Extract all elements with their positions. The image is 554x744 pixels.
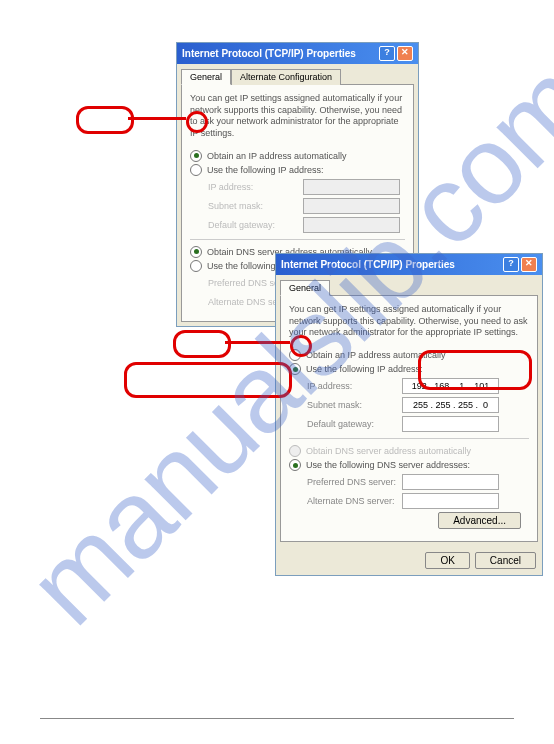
adns-row: Alternate DNS server: bbox=[307, 493, 529, 509]
tab-general[interactable]: General bbox=[181, 69, 231, 85]
radio-auto-dns-row: Obtain DNS server address automatically bbox=[289, 445, 529, 457]
mask-row: Subnet mask: bbox=[307, 397, 529, 413]
radio-icon bbox=[190, 150, 202, 162]
gw-label: Default gateway: bbox=[307, 419, 402, 429]
ip-label: IP address: bbox=[208, 182, 303, 192]
mask-input bbox=[303, 198, 400, 214]
separator bbox=[190, 239, 405, 240]
ip-input bbox=[303, 179, 400, 195]
cancel-button[interactable]: Cancel bbox=[475, 552, 536, 569]
gw-input[interactable] bbox=[402, 416, 499, 432]
radio-use-ip-row[interactable]: Use the following IP address: bbox=[190, 164, 405, 176]
tcpip-dialog-static: Internet Protocol (TCP/IP) Properties ? … bbox=[275, 253, 543, 576]
radio-use-dns-row[interactable]: Use the following DNS server addresses: bbox=[289, 459, 529, 471]
tab-row: General Alternate Configuration bbox=[177, 64, 418, 84]
separator bbox=[289, 438, 529, 439]
callout-line-1 bbox=[128, 117, 186, 120]
callout-circle-2 bbox=[290, 335, 312, 357]
mask-input[interactable] bbox=[402, 397, 499, 413]
mask-label: Subnet mask: bbox=[208, 201, 303, 211]
radio-label: Use the following IP address: bbox=[207, 165, 323, 175]
advanced-button[interactable]: Advanced... bbox=[438, 512, 521, 529]
radio-icon bbox=[289, 459, 301, 471]
close-button[interactable]: ✕ bbox=[521, 257, 537, 272]
titlebar-buttons: ? ✕ bbox=[379, 46, 413, 61]
pdns-label: Preferred DNS server: bbox=[307, 477, 402, 487]
radio-icon bbox=[190, 260, 202, 272]
advanced-row: Advanced... bbox=[289, 512, 529, 533]
titlebar: Internet Protocol (TCP/IP) Properties ? … bbox=[276, 254, 542, 275]
adns-label: Alternate DNS server: bbox=[307, 496, 402, 506]
mask-row: Subnet mask: bbox=[208, 198, 405, 214]
callout-box-1 bbox=[76, 106, 134, 134]
tab-row: General bbox=[276, 275, 542, 295]
radio-label: Use the following IP address: bbox=[306, 364, 422, 374]
titlebar-buttons: ? ✕ bbox=[503, 257, 537, 272]
help-button[interactable]: ? bbox=[503, 257, 519, 272]
callout-line-2 bbox=[225, 341, 290, 344]
footer-rule bbox=[40, 718, 514, 719]
ip-row: IP address: bbox=[208, 179, 405, 195]
radio-label: Use the following DNS server addresses: bbox=[306, 460, 470, 470]
gw-row: Default gateway: bbox=[307, 416, 529, 432]
tab-alternate[interactable]: Alternate Configuration bbox=[231, 69, 341, 85]
radio-icon bbox=[289, 445, 301, 457]
close-button[interactable]: ✕ bbox=[397, 46, 413, 61]
radio-auto-ip-row[interactable]: Obtain an IP address automatically bbox=[190, 150, 405, 162]
pdns-row: Preferred DNS server: bbox=[307, 474, 529, 490]
description: You can get IP settings assigned automat… bbox=[190, 93, 405, 140]
tab-general[interactable]: General bbox=[280, 280, 330, 296]
callout-box-3 bbox=[124, 362, 292, 398]
title: Internet Protocol (TCP/IP) Properties bbox=[182, 48, 356, 59]
radio-icon bbox=[190, 246, 202, 258]
adns-input[interactable] bbox=[402, 493, 499, 509]
pdns-input[interactable] bbox=[402, 474, 499, 490]
title: Internet Protocol (TCP/IP) Properties bbox=[281, 259, 455, 270]
callout-box-4 bbox=[418, 350, 532, 390]
ok-button[interactable]: OK bbox=[425, 552, 469, 569]
button-row: OK Cancel bbox=[276, 546, 542, 575]
radio-label: Obtain DNS server address automatically bbox=[306, 446, 471, 456]
gw-label: Default gateway: bbox=[208, 220, 303, 230]
radio-icon bbox=[190, 164, 202, 176]
gw-input bbox=[303, 217, 400, 233]
titlebar: Internet Protocol (TCP/IP) Properties ? … bbox=[177, 43, 418, 64]
gw-row: Default gateway: bbox=[208, 217, 405, 233]
radio-label: Obtain an IP address automatically bbox=[207, 151, 346, 161]
ip-label: IP address: bbox=[307, 381, 402, 391]
callout-box-2 bbox=[173, 330, 231, 358]
mask-label: Subnet mask: bbox=[307, 400, 402, 410]
description: You can get IP settings assigned automat… bbox=[289, 304, 529, 339]
panel: You can get IP settings assigned automat… bbox=[280, 295, 538, 542]
callout-circle-1 bbox=[186, 111, 208, 133]
help-button[interactable]: ? bbox=[379, 46, 395, 61]
